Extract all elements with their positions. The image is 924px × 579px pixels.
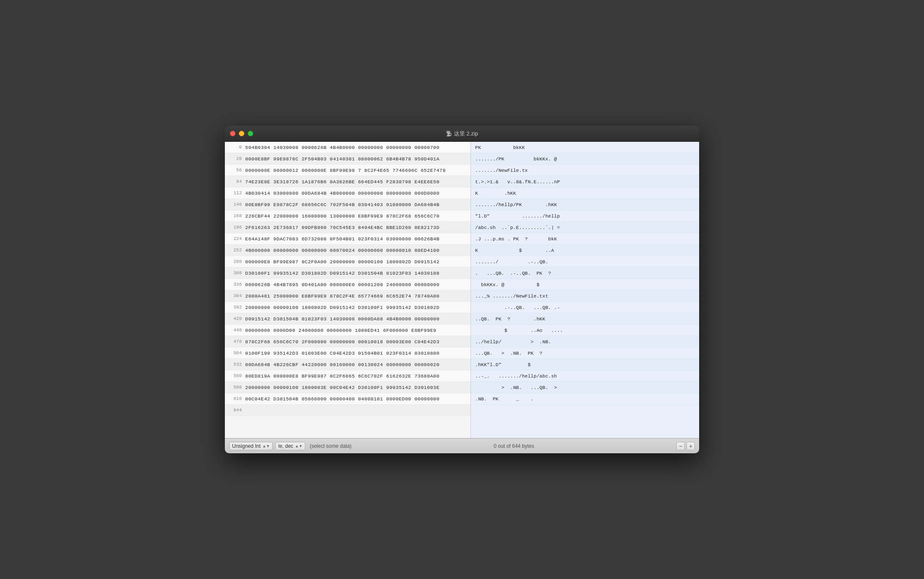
hex-bytes: 2080A481 25000000 E8BF99E9 878C2F4E 6577… xyxy=(245,293,470,299)
ascii-row: .J ...p.ms . PK ? bkK xyxy=(471,233,699,245)
selection-text: (select some data) xyxy=(310,443,351,449)
hex-bytes: 226CBF44 22000000 16000000 13000000 E8BF… xyxy=(245,213,470,219)
minimize-button[interactable] xyxy=(239,131,244,136)
hex-offset: 84 xyxy=(225,179,245,184)
ascii-row: . ...QB. .-..QB. PK ? xyxy=(471,267,699,279)
maximize-button[interactable] xyxy=(248,131,253,136)
hex-offset: 140 xyxy=(225,202,245,207)
zoom-controls: − + xyxy=(676,442,695,450)
statusbar: Unsigned Int ▲▼ le, dec ▲▼ (select some … xyxy=(225,438,699,453)
title-icon: 🗜 xyxy=(446,130,452,137)
hex-row[interactable]: 58820000000 00000100 1800003E 00C04E42 D… xyxy=(225,382,470,393)
zoom-in-button[interactable]: + xyxy=(686,442,695,450)
hex-row[interactable]: 8474E23E8E 3E318726 1A1876B6 8A3826BE 66… xyxy=(225,176,470,187)
ascii-row: .-..QB. ...QB. .- xyxy=(471,302,699,313)
ascii-row: ../hellp/ > .NB. xyxy=(471,336,699,347)
hex-offset: 168 xyxy=(225,213,245,218)
main-content: 0504B0304 14030008 0000626B 4B4B0000 000… xyxy=(225,142,699,438)
ascii-row: ...QB. > .NB. PK ? xyxy=(471,347,699,359)
ascii-row: PK bkKK xyxy=(471,142,699,153)
title-text: 这里 2.zip xyxy=(454,130,478,138)
hex-offset: 448 xyxy=(225,328,245,333)
hex-bytes: 0100F199 935142D3 01003E00 C04E42D3 0150… xyxy=(245,350,470,356)
hex-bytes: E64A148F 9DAC7083 6D732088 0F504B01 023F… xyxy=(245,236,470,242)
type-select[interactable]: Unsigned Int ▲▼ xyxy=(229,442,273,450)
hex-bytes: D0915142 D301504B 01023F03 14030008 0000… xyxy=(245,316,470,322)
hex-row[interactable]: 39220000000 00000100 1800802D D0915142 D… xyxy=(225,302,470,313)
hex-offset: 0 xyxy=(225,145,245,150)
app-window: 🗜 这里 2.zip 0504B0304 14030008 0000626B 4… xyxy=(225,126,699,453)
ascii-row: K .hKK xyxy=(471,187,699,199)
hex-bytes: 2F616263 2E736817 09DFB960 70C545E3 8494… xyxy=(245,225,470,230)
hex-bytes: 00DA684B 4B226CBF 44220000 00160000 0013… xyxy=(245,362,470,367)
endian-select[interactable]: le, dec ▲▼ xyxy=(275,442,305,450)
ascii-row: ......./PK bkKKx. @ xyxy=(471,153,699,165)
ascii-row: ..-_. ......./hellp/abc.sh xyxy=(471,370,699,382)
hex-bytes: 80ED819A 000000E8 BF99E987 8C2F6865 6C6C… xyxy=(245,373,470,379)
ascii-row: t.>.>1.& v..8&.fN.E......nP xyxy=(471,176,699,187)
hex-panel[interactable]: 0504B0304 14030008 0000626B 4B4B0000 000… xyxy=(225,142,470,438)
hex-row[interactable]: 44800000000 0000D00 24000000 00000000 10… xyxy=(225,325,470,336)
hex-row[interactable]: 420D0915142 D301504B 01023F03 14030008 0… xyxy=(225,313,470,325)
close-button[interactable] xyxy=(230,131,235,136)
hex-bytes: 4B000000 00000000 00000000 00070024 0000… xyxy=(245,248,470,253)
hex-offset: 280 xyxy=(225,259,245,264)
hex-bytes: 20000000 00000100 1800802D D0915142 D301… xyxy=(245,305,470,310)
endian-label: le, dec xyxy=(278,443,293,449)
hex-offset: 392 xyxy=(225,305,245,310)
hex-row[interactable]: 308D30100F1 99935142 D301802D D0915142 D… xyxy=(225,267,470,279)
hex-offset: 308 xyxy=(225,270,245,276)
hex-offset: 56 xyxy=(225,168,245,173)
hex-row[interactable]: 1124B030414 03000800 00DA684B 4B000000 0… xyxy=(225,187,470,199)
hex-row[interactable]: 5040100F199 935142D3 01003E00 C04E42D3 0… xyxy=(225,347,470,359)
hex-row[interactable]: 14000E8BF99 E9878C2F 68656C6C 702F504B 0… xyxy=(225,199,470,210)
hex-row[interactable]: 280000000E8 BF99E987 8C2F0A00 20000000 0… xyxy=(225,256,470,267)
hex-bytes: 000000E8 BF99E987 8C2F0A00 20000000 0000… xyxy=(245,259,470,265)
titlebar: 🗜 这里 2.zip xyxy=(225,126,699,142)
ascii-row: ..QB. PK ? .hKK xyxy=(471,313,699,325)
hex-offset: 588 xyxy=(225,385,245,390)
hex-bytes: 00000000 0000D00 24000000 00000000 1080E… xyxy=(245,328,470,333)
hex-offset: 224 xyxy=(225,236,245,241)
hex-offset: 476 xyxy=(225,339,245,344)
hex-bytes: 4B030414 03000800 00DA684B 4B000000 0000… xyxy=(245,190,470,196)
hex-offset: 112 xyxy=(225,190,245,196)
hex-bytes: 0000626B 4B4B7895 0D401A00 000000E0 0000… xyxy=(245,282,470,287)
hex-row[interactable]: 644 xyxy=(225,405,470,416)
hex-offset: 644 xyxy=(225,408,245,413)
zoom-out-button[interactable]: − xyxy=(676,442,685,450)
hex-offset: 532 xyxy=(225,362,245,367)
hex-bytes: 504B0304 14030008 0000626B 4B4B0000 0000… xyxy=(245,145,470,150)
type-arrow-icon: ▲▼ xyxy=(262,444,270,448)
hex-bytes: 0000E8BF 99E9878C 2F504B03 04140301 0800… xyxy=(245,156,470,162)
hex-offset: 504 xyxy=(225,350,245,356)
hex-row[interactable]: 53200DA684B 4B226CBF 44220000 00160000 0… xyxy=(225,359,470,370)
hex-offset: 196 xyxy=(225,225,245,230)
hex-offset: 252 xyxy=(225,248,245,253)
hex-row[interactable]: 280000E8BF 99E9878C 2F504B03 04140301 08… xyxy=(225,153,470,165)
bytes-info: 0 out of 644 bytes xyxy=(354,443,674,449)
hex-row[interactable]: 224E64A148F 9DAC7083 6D732088 0F504B01 0… xyxy=(225,233,470,245)
hex-row[interactable]: 168226CBF44 22000000 16000000 13000000 E… xyxy=(225,210,470,222)
hex-row[interactable]: 0504B0304 14030008 0000626B 4B4B0000 000… xyxy=(225,142,470,153)
hex-row[interactable]: 56080ED819A 000000E8 BF99E987 8C2F6865 6… xyxy=(225,370,470,382)
hex-row[interactable]: 3642080A481 25000000 E8BF99E9 878C2F4E 6… xyxy=(225,290,470,302)
hex-bytes: D30100F1 99935142 D301802D D0915142 D301… xyxy=(245,270,470,276)
hex-row[interactable]: 61600C04E42 D301504B 05060000 00000400 0… xyxy=(225,393,470,405)
ascii-row: ......./NewFile.tx xyxy=(471,165,699,176)
hex-bytes: 00E8BF99 E9878C2F 68656C6C 702F504B 0304… xyxy=(245,202,470,207)
hex-row[interactable]: 476878C2F68 656C6C70 2F000000 00000000 0… xyxy=(225,336,470,347)
hex-row[interactable]: 3360000626B 4B4B7895 0D401A00 000000E0 0… xyxy=(225,279,470,290)
hex-bytes: 20000000 00000100 1800003E 00C04E42 D301… xyxy=(245,385,470,390)
hex-offset: 336 xyxy=(225,282,245,287)
ascii-panel[interactable]: PK bkKK......./PK bkKKx. @......./NewFil… xyxy=(470,142,699,438)
ascii-row: $ ..Ao .... xyxy=(471,325,699,336)
hex-row[interactable]: 2524B000000 00000000 00000000 00070024 0… xyxy=(225,245,470,256)
hex-row[interactable]: 560000000E 00000012 0000000E 8BF99E98 7 … xyxy=(225,165,470,176)
hex-offset: 28 xyxy=(225,156,245,161)
ascii-row: .hKK"l.D" $ xyxy=(471,359,699,370)
ascii-row: "l.D" ......./hellp xyxy=(471,210,699,222)
hex-offset: 364 xyxy=(225,293,245,298)
hex-offset: 420 xyxy=(225,316,245,321)
hex-row[interactable]: 1962F616263 2E736817 09DFB960 70C545E3 8… xyxy=(225,222,470,233)
